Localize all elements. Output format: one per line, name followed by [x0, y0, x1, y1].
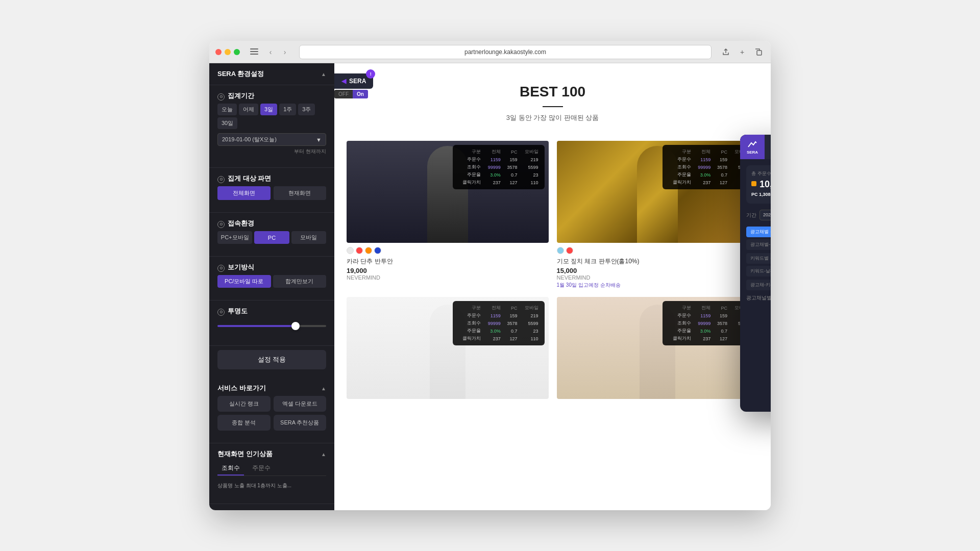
- filter-btn-ad-date[interactable]: 광고채별-날짜별: [746, 239, 771, 250]
- minimize-button[interactable]: [225, 49, 231, 55]
- add-tab-button[interactable]: +: [736, 46, 748, 58]
- transparency-body: [209, 319, 334, 339]
- date-range-row: 기간 2024-04-18 (목) (일주일간) ~ 2024-04-25 (목…: [746, 210, 771, 220]
- color-dot-skyblue: [557, 247, 564, 254]
- color-dot-red2: [566, 247, 573, 254]
- analytics-logo: SERA: [740, 135, 765, 159]
- period-today-btn[interactable]: 오늘: [217, 104, 237, 115]
- color-dot-orange: [365, 247, 372, 254]
- slider-thumb[interactable]: [291, 322, 300, 330]
- sera-settings-header: SERA 환경설정 ▲: [209, 63, 334, 85]
- product-colors-2: [557, 247, 759, 254]
- apply-section: 설정 적용: [209, 346, 334, 378]
- sera-float: ! ◀ SERA OFF On: [334, 73, 373, 98]
- product-price-2: 15,000: [557, 267, 759, 274]
- analytics-panel: SERA 오늘주문 분석 구매패턴 분석 광고 분석 총 주문수: [740, 135, 771, 412]
- filter-btn-ad-all[interactable]: 광고채별 주문수: [746, 227, 771, 237]
- product-notice-2: 1월 30일 입고예정 순차배송: [557, 282, 759, 289]
- sera-toggle-container: ! ◀ SERA OFF On: [334, 73, 373, 98]
- date-to-text: 부터 현재까지: [217, 148, 326, 155]
- period-icon: ⊙: [217, 93, 225, 101]
- popular-header: 현재화면 인기상품 ▲: [209, 443, 334, 462]
- overall-analysis-btn[interactable]: 종합 분석: [217, 415, 271, 431]
- view-body: PC/모바일 따로 합계만보기: [209, 275, 334, 294]
- filter-btn-kw-date[interactable]: 키워드-날짜별 주문수: [746, 266, 771, 277]
- period-section: ⊙집계기간 오늘 어제 3일 1주 3주 30일 2019-01-00 (탈X오…: [209, 85, 334, 168]
- product-card-3: 구분 전체 PC 모바일 주문수1159159219 조회수9999935785…: [347, 297, 549, 399]
- sera-btn-wrapper: ! ◀ SERA: [334, 73, 373, 89]
- forward-button[interactable]: ›: [279, 46, 291, 58]
- apply-button[interactable]: 설정 적용: [217, 350, 326, 369]
- maximize-button[interactable]: [234, 49, 240, 55]
- analytics-body: 총 주문수 10,898 PC 1,308: [740, 159, 771, 412]
- transparency-icon: ⊙: [217, 309, 225, 316]
- off-label: OFF: [334, 90, 353, 98]
- browser-toolbar: ‹ › partnerlounge.kakaostyle.com +: [209, 41, 771, 63]
- product-brand-2: NEVERMIND: [557, 274, 759, 281]
- svg-rect-0: [250, 48, 258, 49]
- main-content: ! ◀ SERA OFF On BEST 100 3일 동안 가장: [334, 63, 771, 510]
- target-all-btn[interactable]: 전체화면: [217, 186, 271, 200]
- transparency-section: ⊙투명도: [209, 300, 334, 346]
- env-buttons: PC+모바일 PC 모바일: [217, 231, 326, 244]
- popular-item: 상품명 노출 최대 1층까지 노출...: [217, 480, 326, 491]
- page-title: BEST 100: [345, 84, 761, 100]
- page-subtitle: 3일 동안 가장 많이 판매된 상품: [345, 113, 761, 122]
- date-from-select[interactable]: 2019-01-00 (탈X오늘) ▼: [217, 133, 326, 146]
- env-pc-btn[interactable]: PC: [254, 231, 289, 244]
- period-30day-btn[interactable]: 30일: [217, 117, 237, 129]
- period-body: 오늘 어제 3일 1주 3주 30일 2019-01-00 (탈X오늘) ▼ 부…: [209, 104, 334, 161]
- stats-table-1: 구분 전체 PC 모바일 주문수1159159219 조회수9999935785…: [457, 148, 541, 186]
- total-orders-label: 총 주문수: [751, 170, 771, 177]
- chevron-left-icon: ◀: [341, 78, 346, 85]
- view-combined-btn[interactable]: 합계만보기: [273, 275, 327, 288]
- address-bar[interactable]: partnerlounge.kakaostyle.com: [299, 45, 712, 59]
- popular-chevron-icon[interactable]: ▲: [321, 452, 326, 457]
- realtime-rank-btn[interactable]: 실시간 랭크: [217, 396, 271, 412]
- popular-section: 현재화면 인기상품 ▲ 조회수 주문수 상품명 노출 최대 1층까지 노출...: [209, 443, 334, 504]
- popular-tab-orders[interactable]: 주문수: [248, 462, 275, 475]
- period-3day-btn[interactable]: 3일: [260, 104, 277, 115]
- on-label[interactable]: On: [353, 90, 368, 98]
- target-current-btn[interactable]: 현재화면: [274, 186, 327, 200]
- product-image-container-1: 구분 전체 PC 모바일 주문수1159159219 조회수9999935785…: [347, 141, 549, 243]
- period-yesterday-btn[interactable]: 어제: [239, 104, 258, 115]
- share-button[interactable]: [720, 46, 732, 58]
- chevron-up-icon[interactable]: ▲: [321, 71, 326, 77]
- copy-button[interactable]: [752, 46, 765, 58]
- shortcuts-chevron-icon[interactable]: ▲: [321, 386, 326, 391]
- env-pc-mobile-btn[interactable]: PC+모바일: [217, 231, 252, 244]
- access-body: PC+모바일 PC 모바일: [209, 231, 334, 250]
- product-image-container-2: 구분 전체 PC 모바일 주문수1159159219 조회수9999935785…: [557, 141, 759, 243]
- filter-btn-kw-all[interactable]: 키워드별 주문수: [746, 253, 771, 264]
- back-button[interactable]: ‹: [264, 46, 277, 58]
- view-section: ⊙보기방식 PC/모바일 따로 합계만보기: [209, 257, 334, 300]
- product-price-1: 19,000: [347, 267, 549, 274]
- tab-today-orders[interactable]: 오늘주문 분석: [765, 138, 771, 156]
- sidebar-toggle-button[interactable]: [248, 46, 260, 58]
- filter-btn-ad-kw[interactable]: 광고채-키워드별 주문수: [746, 280, 771, 290]
- product-stats-overlay-3: 구분 전체 PC 모바일 주문수1159159219 조회수9999935785…: [453, 301, 545, 345]
- period-1week-btn[interactable]: 1주: [279, 104, 296, 115]
- excel-download-btn[interactable]: 엑셀 다운로드: [274, 396, 327, 412]
- shortcuts-grid: 실시간 랭크 엑셀 다운로드 종합 분석 SERA 추천상품: [217, 396, 326, 431]
- transparency-slider[interactable]: [217, 319, 326, 333]
- shortcuts-header: 서비스 바로가기 ▲: [209, 378, 334, 396]
- access-section-header: ⊙접속환경: [209, 213, 334, 231]
- view-separate-btn[interactable]: PC/모바일 따로: [217, 275, 271, 288]
- date-from-mini[interactable]: 2024-04-18 (목) (일주일간): [760, 210, 771, 220]
- popular-tab-views[interactable]: 조회수: [217, 462, 244, 475]
- period-3week-btn[interactable]: 3주: [298, 104, 315, 115]
- period-buttons: 오늘 어제 3일 1주 3주 30일: [217, 104, 326, 129]
- period-label: 기간: [746, 212, 756, 219]
- browser-actions: +: [720, 46, 765, 58]
- filter-buttons-row-2: 키워드별 주문수 키워드별 주문수-PC 키워드별 주문수-모바일 키워드-날짜…: [746, 253, 771, 277]
- product-stats-overlay-1: 구분 전체 PC 모바일 주문수1159159219 조회수9999935785…: [453, 145, 545, 189]
- close-button[interactable]: [215, 49, 222, 55]
- target-icon: ⊙: [217, 176, 225, 183]
- sera-recommended-btn[interactable]: SERA 추천상품: [274, 415, 327, 431]
- traffic-lights: [215, 49, 240, 55]
- env-mobile-btn[interactable]: 모바일: [291, 231, 326, 244]
- product-card-4: 구분 전체 PC 모바일 주문수1159159219 조회수9999935785…: [557, 297, 759, 399]
- filter-buttons-row-1: 광고채별 주문수 광고채별 주문수-PC 광고채별 주문수-모바일 광고채별-날…: [746, 227, 771, 250]
